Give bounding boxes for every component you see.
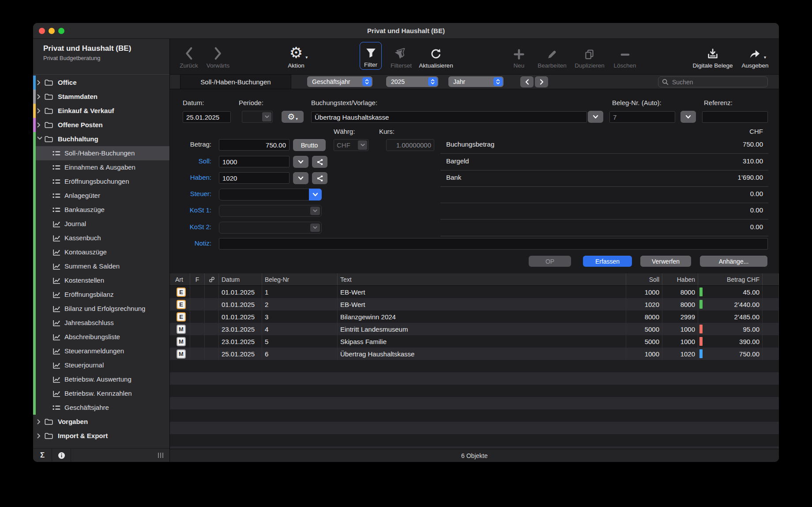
periode-combo[interactable] (242, 111, 273, 123)
kurs-field[interactable]: 1.00000000 (386, 139, 434, 151)
col-attachment[interactable] (205, 273, 219, 285)
periode-typ-dropdown[interactable]: Jahr (448, 76, 504, 87)
kost2-combo[interactable] (219, 222, 322, 234)
col-beleg-nr[interactable]: Beleg-Nr (262, 273, 338, 285)
sidebar-item-einkauf-verkauf[interactable]: Einkauf & Verkauf (33, 104, 169, 118)
chevron-right-icon[interactable] (37, 108, 41, 114)
prev-period-button[interactable] (520, 76, 534, 87)
table-row[interactable]: E01.01.20252EB-Wert102080002’440.00 (170, 298, 779, 310)
chevron-right-icon[interactable] (37, 80, 41, 85)
toolbar-vorwaerts[interactable]: Vorwärts (207, 43, 230, 69)
toolbar-bearbeiten[interactable]: Bearbeiten (538, 43, 566, 69)
belegnr-dropdown-button[interactable] (680, 111, 696, 123)
toolbar-ausgeben[interactable]: ▾ Ausgeben (742, 43, 769, 69)
geschaeftsjahr-dropdown[interactable]: Geschäftsjahr (307, 76, 372, 87)
sidebar-item-betriebsw-auswertung[interactable]: Betriebsw. Auswertung (33, 372, 169, 386)
chevron-right-icon[interactable] (37, 419, 41, 424)
belegnr-input[interactable] (609, 111, 675, 123)
search-field[interactable] (658, 76, 768, 87)
table-row[interactable]: M23.01.20255Skipass Familie50001000390.0… (170, 335, 779, 348)
next-period-button[interactable] (535, 76, 548, 87)
kost1-combo[interactable] (219, 205, 322, 217)
vorlage-gear-button[interactable]: ⚙ ▾ (282, 111, 304, 123)
chevron-right-icon[interactable] (37, 433, 41, 439)
toolbar-duplizieren[interactable]: Duplizieren (575, 43, 605, 69)
col-text[interactable]: Text (338, 273, 626, 285)
sidebar-item-bilanz-erfolgsrechnung[interactable]: Bilanz und Erfolgsrechnung (33, 302, 169, 316)
brutto-button[interactable]: Brutto (293, 139, 326, 151)
sidebar-resize-grip[interactable] (158, 453, 164, 458)
sidebar-item-bankauszuege[interactable]: Bankauszüge (33, 203, 169, 217)
sidebar-item-steueranmeldungen[interactable]: Steueranmeldungen (33, 344, 169, 358)
sidebar-item-einnahmen-ausgaben[interactable]: Einnahmen & Ausgaben (33, 160, 169, 174)
erfassen-button[interactable]: Erfassen (583, 256, 632, 267)
sidebar-item-eroeffnungsbuchungen[interactable]: Eröffnungsbuchungen (33, 174, 169, 189)
sidebar-item-kassenbuch[interactable]: Kassenbuch (33, 231, 169, 245)
waehrung-combo[interactable]: CHF (334, 139, 368, 151)
haben-dropdown-button[interactable] (293, 172, 308, 184)
sidebar-item-office[interactable]: Office (33, 76, 169, 90)
col-betrag-chf[interactable]: Betrag CHF (698, 273, 763, 285)
sidebar-item-journal[interactable]: Journal (33, 217, 169, 231)
haben-input[interactable] (219, 172, 289, 184)
sum-button[interactable]: Σ (33, 449, 52, 462)
referenz-input[interactable] (702, 111, 768, 123)
toolbar-zurueck[interactable]: Zurück (180, 43, 198, 69)
sidebar-item-soll-haben-buchungen[interactable]: Soll-/Haben-Buchungen (33, 146, 169, 160)
toolbar-filter[interactable]: Filter (360, 42, 382, 70)
sidebar-item-steuerjournal[interactable]: Steuerjournal (33, 358, 169, 372)
op-button[interactable]: OP (529, 256, 571, 267)
buchungstext-dropdown-button[interactable] (588, 111, 603, 123)
sidebar-item-kostenstellen[interactable]: Kostenstellen (33, 273, 169, 288)
soll-dropdown-button[interactable] (293, 156, 308, 168)
minimize-button[interactable] (49, 28, 55, 34)
sidebar-item-summen-salden[interactable]: Summen & Salden (33, 259, 169, 273)
sidebar-item-geschaeftsjahre[interactable]: Geschäftsjahre (33, 401, 169, 415)
steuer-combo[interactable] (219, 189, 322, 201)
col-haben[interactable]: Haben (662, 273, 698, 285)
toolbar-loeschen[interactable]: Löschen (613, 43, 636, 69)
chevron-right-icon[interactable] (37, 122, 41, 128)
toolbar-aktion[interactable]: ⚙ ▾ Aktion (288, 43, 304, 69)
anhaenge-button[interactable]: Anhänge... (700, 256, 767, 267)
sidebar-item-betriebsw-kennzahlen[interactable]: Betriebsw. Kennzahlen (33, 386, 169, 401)
sidebar-item-offene-posten[interactable]: Offene Posten (33, 118, 169, 132)
datum-input[interactable] (183, 111, 231, 123)
sidebar-item-eroeffnungsbilanz[interactable]: Eröffnungsbilanz (33, 288, 169, 302)
toolbar-filterset[interactable]: Filterset (391, 43, 412, 69)
verwerfen-button[interactable]: Verwerfen (640, 256, 691, 267)
close-button[interactable] (39, 28, 45, 34)
zoom-button[interactable] (58, 28, 64, 34)
sidebar-item-abschreibungsliste[interactable]: Abschreibungsliste (33, 330, 169, 344)
sidebar-item-buchhaltung[interactable]: Buchhaltung (33, 132, 169, 146)
search-input[interactable] (671, 78, 764, 86)
sidebar-item-import-export[interactable]: Import & Export (33, 429, 169, 443)
table-row[interactable]: M23.01.20254Eintritt Landesmuseum5000100… (170, 323, 779, 335)
toolbar-neu[interactable]: Neu (513, 43, 525, 69)
group-color-strip (33, 104, 36, 118)
info-button[interactable] (52, 449, 71, 462)
col-f[interactable]: F (190, 273, 205, 285)
sidebar-item-anlagegueter[interactable]: Anlagegüter (33, 189, 169, 203)
chevron-down-icon[interactable] (37, 136, 42, 140)
buchungstext-input[interactable] (311, 111, 587, 123)
chevron-right-icon[interactable] (37, 94, 41, 99)
table-row[interactable]: M25.01.20256Übertrag Haushaltskasse10001… (170, 348, 779, 360)
col-art[interactable]: Art (173, 273, 190, 285)
table-row[interactable]: E01.01.20253Bilanzgewinn 2024800029992’4… (170, 310, 779, 323)
jahr-wert-dropdown[interactable]: 2025 (386, 76, 438, 87)
sidebar-item-vorgaben[interactable]: Vorgaben (33, 415, 169, 429)
haben-account-link-button[interactable] (312, 172, 327, 184)
sidebar-item-stammdaten[interactable]: Stammdaten (33, 90, 169, 104)
sidebar-item-jahresabschluss[interactable]: Jahresabschluss (33, 316, 169, 330)
notiz-input[interactable] (219, 238, 768, 250)
soll-input[interactable] (219, 156, 289, 167)
toolbar-aktualisieren[interactable]: Aktualisieren (419, 43, 453, 69)
sidebar-item-kontoauszuege[interactable]: Kontoauszüge (33, 245, 169, 259)
col-datum[interactable]: Datum (219, 273, 262, 285)
col-soll[interactable]: Soll (626, 273, 662, 285)
toolbar-digitale-belege[interactable]: Digitale Belege (693, 43, 733, 69)
soll-account-link-button[interactable] (312, 156, 327, 168)
table-row[interactable]: E01.01.20251EB-Wert1000800045.00 (170, 286, 779, 298)
betrag-input[interactable] (219, 139, 289, 151)
